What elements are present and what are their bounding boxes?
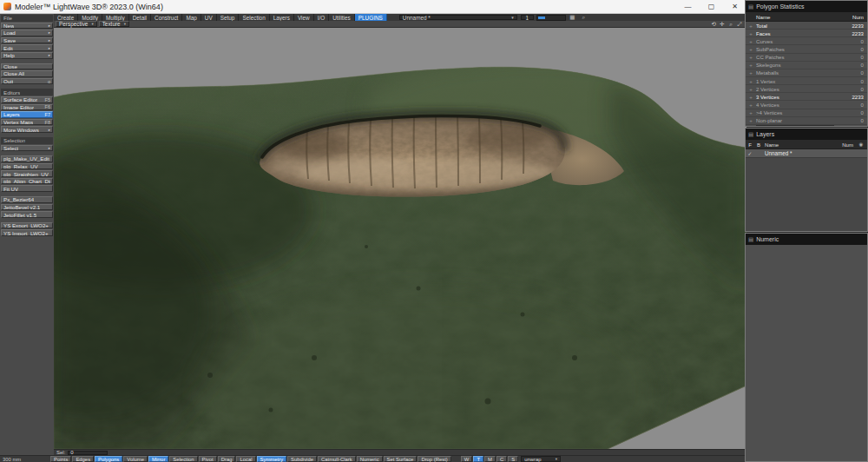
mode-button[interactable]: Polygons	[95, 456, 122, 462]
sidebar-item[interactable]: Close ▸	[1, 63, 53, 70]
mode-button[interactable]: Numeric	[357, 456, 383, 462]
sidebar-item[interactable]: Layers F7 ▸	[1, 111, 53, 118]
select-plus-icon[interactable]: +	[746, 46, 756, 52]
layers-titlebar[interactable]: ▤ Layers	[746, 129, 867, 140]
view-mode-dropdown[interactable]: Perspective ▾	[56, 21, 97, 27]
sidebar-item[interactable]: Surface Editor F5 ▸	[1, 96, 53, 103]
minimize-button[interactable]: —	[676, 0, 700, 13]
sidebar-item[interactable]: Load ▸	[1, 30, 53, 36]
maximize-button[interactable]: ▢	[700, 0, 723, 13]
select-plus-icon[interactable]: +	[746, 54, 756, 60]
vertex-map-type-button[interactable]: T	[473, 456, 483, 462]
statistics-row[interactable]: + SubPatches 0	[746, 45, 867, 53]
vertex-map-selector[interactable]: unwrap ▾	[521, 456, 561, 462]
pan-view-icon[interactable]: ✛	[718, 21, 727, 28]
statistics-row[interactable]: + CC Patches 0	[746, 54, 867, 62]
statistics-row[interactable]: + Faces 2233	[746, 30, 867, 37]
sidebar-item[interactable]: Image Editor F6 ▸	[1, 104, 53, 111]
menu-tab[interactable]: Multiply	[102, 14, 129, 21]
select-plus-icon[interactable]: +	[746, 62, 756, 68]
mode-button[interactable]: Subdivide	[287, 456, 317, 462]
statistics-row[interactable]: + Non-planar 0	[746, 117, 867, 125]
statistics-row[interactable]: + Skelegons 0	[746, 62, 867, 69]
statistics-row[interactable]: + Total 2233	[746, 22, 867, 30]
sidebar-item[interactable]: Px_Bezier64 ▸	[1, 196, 53, 203]
menu-tab[interactable]: Modify	[78, 14, 102, 21]
sidebar-item[interactable]: YS Export_LWO2+ ▸	[1, 222, 53, 229]
mode-button[interactable]: Edges	[72, 456, 94, 462]
select-plus-icon[interactable]: +	[746, 38, 756, 44]
layer-row[interactable]: ✓ Unnamed *	[746, 149, 867, 158]
select-plus-icon[interactable]: +	[746, 69, 756, 76]
mode-button[interactable]: Mirror	[148, 456, 168, 462]
statistics-row[interactable]: + 3 Vertices 2233	[746, 93, 867, 101]
menu-tab[interactable]: UV	[201, 14, 217, 21]
sidebar-item[interactable]: plg_Straighten_UV ▸	[1, 170, 53, 177]
select-plus-icon[interactable]: +	[746, 117, 756, 123]
sidebar-item[interactable]: JetoFillet v1.5 ▸	[1, 211, 53, 218]
sidebar-item[interactable]: Edit ▸	[1, 44, 53, 51]
select-plus-icon[interactable]: +	[746, 109, 756, 116]
select-plus-icon[interactable]: +	[746, 125, 756, 127]
mode-button[interactable]: Pivot	[199, 456, 217, 462]
sidebar-item[interactable]: Quit q ▸	[1, 78, 53, 85]
mode-button[interactable]: Points	[50, 456, 71, 462]
mode-button[interactable]: Symmetry	[257, 456, 287, 462]
mode-button[interactable]: Drag	[218, 456, 236, 462]
statistics-row[interactable]: + Metaballs 0	[746, 69, 867, 77]
vertex-map-type-button[interactable]: M	[484, 456, 496, 462]
menu-tab[interactable]: PLUGINS	[355, 14, 387, 21]
sidebar-item[interactable]: JettoBevel v2.1 ▸	[1, 204, 53, 211]
menu-tab[interactable]: Map	[182, 14, 201, 21]
statistics-row[interactable]: + Curves 0	[746, 37, 867, 45]
mode-button[interactable]: Catmull-Clark	[318, 456, 356, 462]
statistics-row[interactable]: + 2 Vertices 0	[746, 85, 867, 93]
sidebar-item[interactable]: Select ▸	[1, 145, 53, 152]
sidebar-item[interactable]: Save ▸	[1, 37, 53, 44]
menu-tab[interactable]: Create	[54, 14, 78, 21]
select-plus-icon[interactable]: +	[746, 23, 756, 29]
render-mode-dropdown[interactable]: Texture ▾	[99, 21, 129, 27]
vertex-map-type-button[interactable]: C	[496, 456, 507, 462]
polygon-statistics-titlebar[interactable]: ▤ Polygon Statistics	[746, 1, 867, 12]
menu-tab[interactable]: Selection	[239, 14, 269, 21]
select-plus-icon[interactable]: +	[746, 86, 756, 92]
menu-tab[interactable]: Detail	[129, 14, 151, 21]
menu-tab[interactable]: I/O	[314, 14, 330, 21]
mode-button[interactable]: Volume	[123, 456, 148, 462]
zoom-view-icon[interactable]: ⌕	[727, 21, 735, 28]
menu-tab[interactable]: Setup	[217, 14, 240, 21]
sidebar-item[interactable]: Help ▸	[1, 52, 53, 59]
statistics-row[interactable]: + Surf: terrain 2613	[746, 125, 867, 127]
layer-foreground-check[interactable]: ✓	[746, 151, 754, 156]
sidebar-item[interactable]: More Windows ▸	[1, 126, 53, 133]
close-button[interactable]: ✕	[723, 0, 746, 13]
sidebar-item[interactable]: Close All ▸	[1, 70, 53, 77]
maximize-view-icon[interactable]: ⤢	[735, 21, 744, 28]
menu-tab[interactable]: Layers	[270, 14, 294, 21]
sidebar-item[interactable]: plg_Make_UV_Edit ▸	[1, 155, 53, 162]
mode-button[interactable]: Local	[236, 456, 255, 462]
vertex-map-type-button[interactable]: W	[461, 456, 473, 462]
layer-bank-slider[interactable]	[536, 15, 566, 21]
viewport-3d[interactable]	[54, 28, 746, 449]
vertex-map-type-button[interactable]: S	[508, 456, 518, 462]
object-selector[interactable]: Unnamed * ▾	[399, 15, 517, 20]
sidebar-item[interactable]: plg_Relax_UV ▸	[1, 163, 53, 170]
titlebar[interactable]: Modeler™ LightWave 3D® 2023.0 (Win64) — …	[0, 0, 746, 14]
mode-button[interactable]: Set Surface	[384, 456, 418, 462]
menu-tab[interactable]: View	[294, 14, 314, 21]
select-plus-icon[interactable]: +	[746, 30, 756, 36]
mode-button[interactable]: Drop (Rest)	[418, 456, 450, 462]
layer-number-field[interactable]: 1	[521, 15, 534, 20]
statistics-row[interactable]: + 1 Vertex 0	[746, 77, 867, 85]
sidebar-item[interactable]: plg_Align_Chart_Dir ▸	[1, 178, 53, 185]
sidebar-item[interactable]: New ▸	[1, 23, 53, 30]
select-plus-icon[interactable]: +	[746, 94, 756, 100]
statistics-row[interactable]: + 4 Vertices 0	[746, 101, 867, 109]
menu-tab[interactable]: Utilities	[329, 14, 355, 21]
select-plus-icon[interactable]: +	[746, 102, 756, 108]
magnifier-icon[interactable]: ⌕	[579, 14, 589, 21]
select-plus-icon[interactable]: +	[746, 78, 756, 84]
grid-icon[interactable]: ▦	[568, 14, 577, 21]
